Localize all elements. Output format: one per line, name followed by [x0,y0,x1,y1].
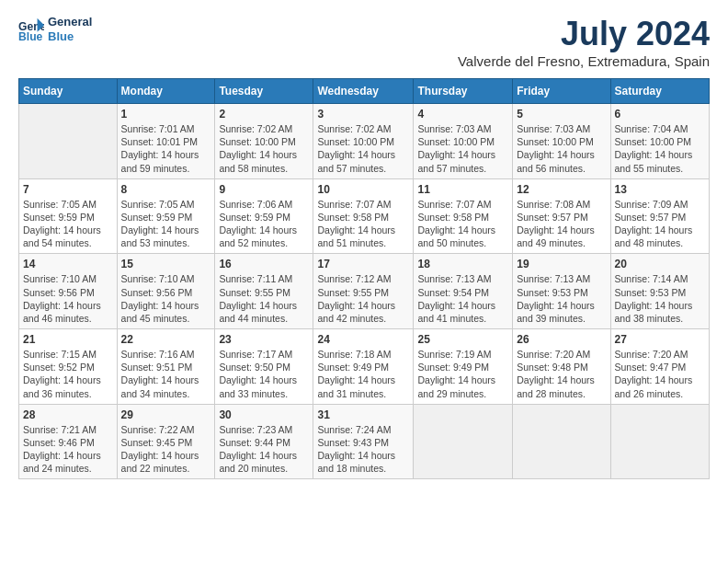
day-number: 18 [417,258,508,270]
day-number: 1 [121,108,211,121]
day-number: 30 [219,408,309,421]
calendar-cell: 3Sunrise: 7:02 AM Sunset: 10:00 PM Dayli… [313,104,414,179]
day-info: Sunrise: 7:02 AM Sunset: 10:00 PM Daylig… [219,122,309,175]
header-cell-wednesday: Wednesday [313,79,414,104]
header-cell-monday: Monday [117,79,215,104]
day-info: Sunrise: 7:01 AM Sunset: 10:01 PM Daylig… [121,122,211,175]
calendar-cell: 15Sunrise: 7:10 AM Sunset: 9:56 PM Dayli… [117,254,215,329]
calendar-cell: 5Sunrise: 7:03 AM Sunset: 10:00 PM Dayli… [513,104,610,179]
header-cell-saturday: Saturday [610,79,709,104]
calendar-cell: 7Sunrise: 7:05 AM Sunset: 9:59 PM Daylig… [19,178,118,254]
day-number: 15 [121,258,211,270]
day-number: 21 [23,333,113,346]
day-number: 23 [219,333,309,346]
calendar-cell: 26Sunrise: 7:20 AM Sunset: 9:48 PM Dayli… [513,329,610,405]
day-number: 5 [517,108,606,121]
calendar-cell: 18Sunrise: 7:13 AM Sunset: 9:54 PM Dayli… [414,254,513,329]
calendar-cell: 23Sunrise: 7:17 AM Sunset: 9:50 PM Dayli… [215,329,313,405]
day-info: Sunrise: 7:22 AM Sunset: 9:45 PM Dayligh… [121,423,211,476]
day-info: Sunrise: 7:03 AM Sunset: 10:00 PM Daylig… [417,122,508,175]
calendar-cell [513,404,610,479]
calendar-cell: 20Sunrise: 7:14 AM Sunset: 9:53 PM Dayli… [610,254,709,329]
day-info: Sunrise: 7:14 AM Sunset: 9:53 PM Dayligh… [615,272,705,325]
day-number: 4 [417,108,508,121]
calendar-cell: 13Sunrise: 7:09 AM Sunset: 9:57 PM Dayli… [610,178,709,254]
day-number: 24 [317,333,409,346]
calendar-cell [19,104,118,179]
calendar-cell: 29Sunrise: 7:22 AM Sunset: 9:45 PM Dayli… [117,404,215,479]
day-info: Sunrise: 7:03 AM Sunset: 10:00 PM Daylig… [517,122,606,175]
day-number: 19 [517,258,606,270]
week-row-0: 1Sunrise: 7:01 AM Sunset: 10:01 PM Dayli… [19,104,710,179]
calendar-cell: 10Sunrise: 7:07 AM Sunset: 9:58 PM Dayli… [313,178,414,254]
calendar-cell: 1Sunrise: 7:01 AM Sunset: 10:01 PM Dayli… [117,104,215,179]
day-info: Sunrise: 7:12 AM Sunset: 9:55 PM Dayligh… [317,272,409,325]
calendar-cell: 8Sunrise: 7:05 AM Sunset: 9:59 PM Daylig… [117,178,215,254]
day-number: 27 [615,333,705,346]
calendar-page: General Blue General Blue July 2024 Valv… [0,0,728,563]
day-number: 22 [121,333,211,346]
day-number: 14 [23,258,113,270]
day-info: Sunrise: 7:21 AM Sunset: 9:46 PM Dayligh… [23,423,113,476]
day-info: Sunrise: 7:20 AM Sunset: 9:48 PM Dayligh… [517,348,606,400]
day-number: 17 [317,258,409,270]
day-number: 16 [219,258,309,270]
calendar-cell: 25Sunrise: 7:19 AM Sunset: 9:49 PM Dayli… [414,329,513,405]
day-number: 9 [219,183,309,196]
day-info: Sunrise: 7:19 AM Sunset: 9:49 PM Dayligh… [417,348,508,400]
day-info: Sunrise: 7:06 AM Sunset: 9:59 PM Dayligh… [219,198,309,250]
calendar-cell: 12Sunrise: 7:08 AM Sunset: 9:57 PM Dayli… [513,178,610,254]
week-row-2: 14Sunrise: 7:10 AM Sunset: 9:56 PM Dayli… [19,254,710,329]
week-row-4: 28Sunrise: 7:21 AM Sunset: 9:46 PM Dayli… [19,404,710,479]
logo: General Blue General Blue [18,15,92,43]
header-cell-tuesday: Tuesday [215,79,313,104]
header: General Blue General Blue July 2024 Valv… [18,15,710,69]
title-block: July 2024 Valverde del Fresno, Extremadu… [458,15,710,69]
calendar-table: SundayMondayTuesdayWednesdayThursdayFrid… [18,78,710,479]
logo-line2: Blue [48,29,92,44]
week-row-1: 7Sunrise: 7:05 AM Sunset: 9:59 PM Daylig… [19,178,710,254]
day-number: 11 [417,183,508,196]
day-info: Sunrise: 7:13 AM Sunset: 9:54 PM Dayligh… [417,272,508,325]
calendar-cell: 11Sunrise: 7:07 AM Sunset: 9:58 PM Dayli… [414,178,513,254]
day-info: Sunrise: 7:08 AM Sunset: 9:57 PM Dayligh… [517,198,606,250]
day-number: 10 [317,183,409,196]
calendar-cell: 21Sunrise: 7:15 AM Sunset: 9:52 PM Dayli… [19,329,118,405]
day-info: Sunrise: 7:10 AM Sunset: 9:56 PM Dayligh… [23,272,113,325]
calendar-cell: 14Sunrise: 7:10 AM Sunset: 9:56 PM Dayli… [19,254,118,329]
day-number: 25 [417,333,508,346]
logo-icon: General Blue [18,17,44,42]
day-number: 8 [121,183,211,196]
day-info: Sunrise: 7:24 AM Sunset: 9:43 PM Dayligh… [317,423,409,476]
day-info: Sunrise: 7:15 AM Sunset: 9:52 PM Dayligh… [23,348,113,400]
day-info: Sunrise: 7:07 AM Sunset: 9:58 PM Dayligh… [417,198,508,250]
day-number: 28 [23,408,113,421]
svg-text:Blue: Blue [18,30,43,42]
week-row-3: 21Sunrise: 7:15 AM Sunset: 9:52 PM Dayli… [19,329,710,405]
day-number: 7 [23,183,113,196]
header-cell-friday: Friday [513,79,610,104]
day-number: 26 [517,333,606,346]
day-info: Sunrise: 7:16 AM Sunset: 9:51 PM Dayligh… [121,348,211,400]
calendar-cell: 9Sunrise: 7:06 AM Sunset: 9:59 PM Daylig… [215,178,313,254]
day-info: Sunrise: 7:17 AM Sunset: 9:50 PM Dayligh… [219,348,309,400]
calendar-cell [414,404,513,479]
day-info: Sunrise: 7:20 AM Sunset: 9:47 PM Dayligh… [615,348,705,400]
calendar-cell: 4Sunrise: 7:03 AM Sunset: 10:00 PM Dayli… [414,104,513,179]
calendar-cell: 24Sunrise: 7:18 AM Sunset: 9:49 PM Dayli… [313,329,414,405]
logo-line1: General [48,15,92,29]
calendar-cell: 6Sunrise: 7:04 AM Sunset: 10:00 PM Dayli… [610,104,709,179]
day-info: Sunrise: 7:09 AM Sunset: 9:57 PM Dayligh… [615,198,705,250]
calendar-cell: 31Sunrise: 7:24 AM Sunset: 9:43 PM Dayli… [313,404,414,479]
day-info: Sunrise: 7:10 AM Sunset: 9:56 PM Dayligh… [121,272,211,325]
day-info: Sunrise: 7:23 AM Sunset: 9:44 PM Dayligh… [219,423,309,476]
day-number: 12 [517,183,606,196]
day-number: 2 [219,108,309,121]
day-number: 20 [615,258,705,270]
day-info: Sunrise: 7:11 AM Sunset: 9:55 PM Dayligh… [219,272,309,325]
header-row: SundayMondayTuesdayWednesdayThursdayFrid… [19,79,710,104]
main-title: July 2024 [458,15,710,53]
day-info: Sunrise: 7:02 AM Sunset: 10:00 PM Daylig… [317,122,409,175]
subtitle: Valverde del Fresno, Extremadura, Spain [458,53,710,69]
calendar-cell: 17Sunrise: 7:12 AM Sunset: 9:55 PM Dayli… [313,254,414,329]
